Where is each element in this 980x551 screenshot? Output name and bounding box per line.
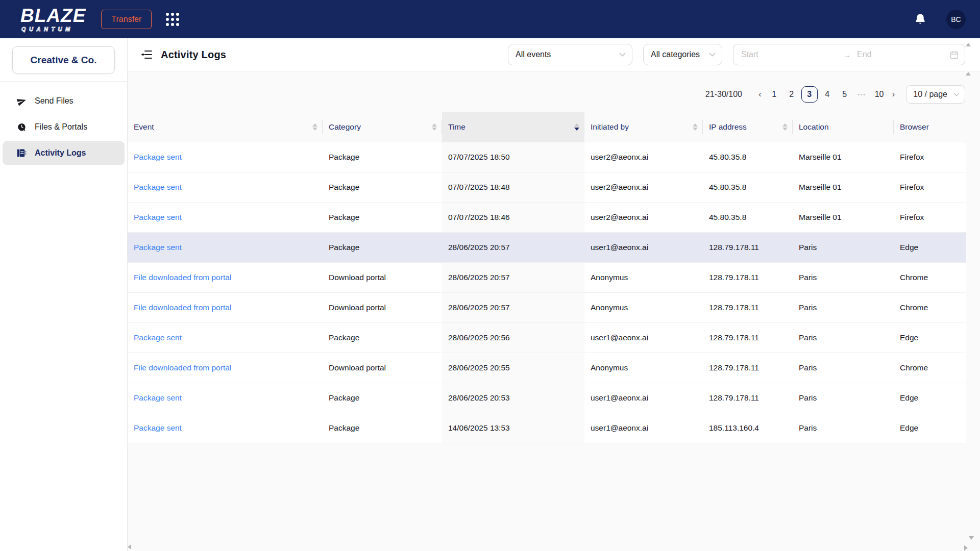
collapse-sidebar-icon[interactable] [141,48,153,61]
table-row[interactable]: Package sentPackage14/06/2025 13:53user1… [128,413,966,443]
pagination-next-button[interactable]: › [887,89,900,99]
event-link[interactable]: Package sent [134,243,182,252]
table-row[interactable]: Package sentPackage28/06/2025 20:53user1… [128,383,966,413]
scrollbar-inner-up-arrow[interactable] [966,72,971,76]
cell-event: Package sent [128,323,323,353]
table-row[interactable]: Package sentPackage07/07/2025 18:48user2… [128,172,966,203]
cell-event: File downloaded from portal [128,293,323,323]
activity-logs-icon [16,148,27,158]
cell-browser: Chrome [894,293,966,323]
cell-ip-address: 128.79.178.11 [703,323,793,353]
sort-carets-icon [432,123,437,131]
cell-location: Marseille 01 [793,172,894,203]
event-link[interactable]: Package sent [134,333,182,342]
cell-time: 28/06/2025 20:57 [442,293,584,323]
cell-category: Package [323,142,442,172]
categories-filter-value: All categories [651,50,700,59]
sidebar-item-send-files[interactable]: Send Files [3,89,125,113]
cell-category: Package [323,323,442,353]
cell-initiated-by: user1@aeonx.ai [584,233,703,263]
date-end-input[interactable]: End [857,50,950,59]
table-row[interactable]: Package sentPackage28/06/2025 20:57user1… [128,233,966,263]
cell-location: Paris [793,293,894,323]
pagination-page-4[interactable]: 4 [820,86,835,103]
sidebar-item-activity-logs[interactable]: Activity Logs [3,141,125,165]
pagination-page-5[interactable]: 5 [837,86,852,103]
chevron-down-icon [953,93,960,96]
cell-time: 28/06/2025 20:57 [442,263,584,293]
cell-initiated-by: user1@aeonx.ai [584,383,703,413]
column-header-event[interactable]: Event [128,112,323,142]
cell-browser: Firefox [894,142,966,172]
apps-grid-icon[interactable] [166,13,179,26]
files-portals-icon [16,122,27,132]
pagination-prev-button[interactable]: ‹ [753,89,767,99]
cell-category: Download portal [323,263,442,293]
cell-initiated-by: user2@aeonx.ai [584,203,703,233]
table-row[interactable]: File downloaded from portalDownload port… [128,263,966,293]
pagination-page-2[interactable]: 2 [784,86,799,103]
cell-browser: Edge [894,323,966,353]
date-range-picker[interactable]: Start → End [733,44,965,65]
cell-time: 28/06/2025 20:57 [442,233,584,263]
cell-ip-address: 185.113.160.4 [703,413,793,443]
cell-initiated-by: Anonymus [584,293,703,323]
date-start-input[interactable]: Start [741,50,843,59]
cell-browser: Edge [894,413,966,443]
table-row[interactable]: Package sentPackage28/06/2025 20:56user1… [128,323,966,353]
column-header-location: Location [793,112,894,142]
brand-logo: BLAZE QUANTUM [20,6,86,32]
event-link[interactable]: Package sent [134,183,182,191]
column-label: Category [329,122,361,132]
event-link[interactable]: File downloaded from portal [134,363,231,372]
column-header-category[interactable]: Category [323,112,442,142]
event-link[interactable]: File downloaded from portal [134,273,231,282]
cell-ip-address: 128.79.178.11 [703,293,793,323]
scrollbar-left-arrow[interactable] [128,544,131,549]
notifications-bell-icon[interactable] [914,13,927,26]
event-link[interactable]: Package sent [134,423,182,432]
cell-event: Package sent [128,172,323,203]
pagination-page-1[interactable]: 1 [767,86,782,103]
event-link[interactable]: Package sent [134,213,182,221]
table-row[interactable]: Package sentPackage07/07/2025 18:46user2… [128,203,966,233]
column-label: Initiated by [591,122,629,132]
organization-button[interactable]: Creative & Co. [12,46,115,73]
sidebar-item-files-portals[interactable]: Files & Portals [3,115,125,139]
event-link[interactable]: Package sent [134,153,182,161]
cell-category: Package [323,233,442,263]
table-row[interactable]: File downloaded from portalDownload port… [128,293,966,323]
categories-filter-select[interactable]: All categories [643,44,722,65]
column-header-ip-address[interactable]: IP address [703,112,793,142]
cell-browser: Chrome [894,263,966,293]
scrollbar-right-arrow[interactable] [964,545,968,550]
column-header-initiated-by[interactable]: Initiated by [584,112,703,142]
cell-ip-address: 128.79.178.11 [703,263,793,293]
cell-event: Package sent [128,383,323,413]
scrollbar-down-arrow[interactable] [969,536,974,540]
scrollbar-up-arrow[interactable] [966,43,971,46]
cell-event: Package sent [128,203,323,233]
cell-time: 14/06/2025 13:53 [442,413,584,443]
cell-initiated-by: user2@aeonx.ai [584,172,703,203]
cell-event: Package sent [128,142,323,172]
event-link[interactable]: File downloaded from portal [134,303,231,312]
pagination-page-3[interactable]: 3 [801,86,818,103]
page-size-select[interactable]: 10 / page [906,85,965,104]
event-link[interactable]: Package sent [134,393,182,402]
column-label: IP address [709,122,747,132]
sort-carets-icon [574,123,579,131]
cell-category: Package [323,413,442,443]
pagination: 21-30/100 ‹ 12345•••10 › 10 / page [142,85,965,104]
events-filter-select[interactable]: All events [508,44,632,65]
table-row[interactable]: Package sentPackage07/07/2025 18:50user2… [128,142,966,172]
cell-browser: Chrome [894,353,966,383]
activity-logs-table: EventCategoryTimeInitiated byIP addressL… [128,112,966,443]
transfer-button[interactable]: Transfer [101,10,152,29]
cell-location: Paris [793,233,894,263]
table-row[interactable]: File downloaded from portalDownload port… [128,353,966,383]
pagination-page-10[interactable]: 10 [872,86,887,103]
user-avatar[interactable]: BC [946,10,966,29]
chevron-down-icon [709,53,716,57]
column-header-time[interactable]: Time [442,112,584,142]
